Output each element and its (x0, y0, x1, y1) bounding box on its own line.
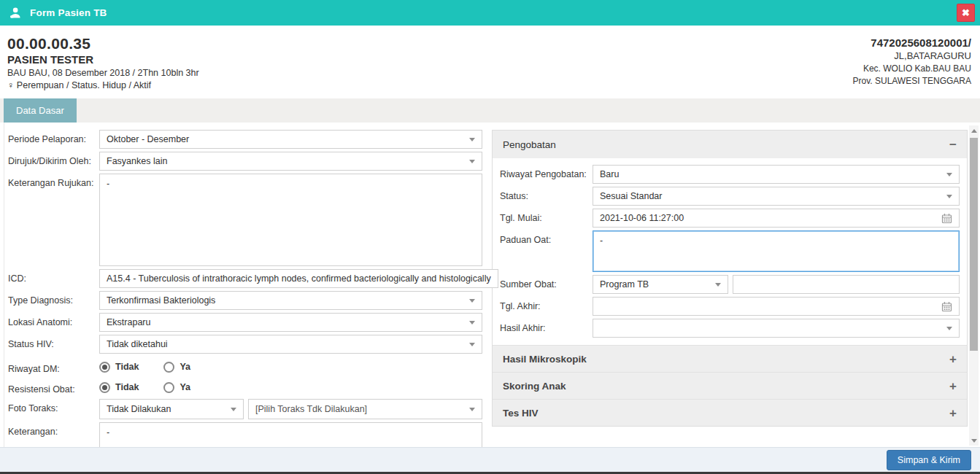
scrollbar-thumb[interactable] (970, 138, 978, 351)
foto-toraks-row: Foto Toraks: Tidak Dilakukan [Pilih Tora… (8, 399, 482, 419)
periode-pelaporan-value: Oktober - Desember (107, 134, 465, 144)
radio-unselected-icon (163, 362, 174, 373)
chevron-down-icon (469, 321, 475, 325)
accordion-tes-hiv-label: Tes HIV (503, 408, 539, 419)
resistensi-obat-label: Resistensi Obat: (8, 380, 99, 395)
resistensi-obat-row: Resistensi Obat: Tidak Ya (8, 377, 482, 395)
riwayat-dm-radio-ya[interactable]: Ya (163, 362, 190, 373)
patient-birth-line: BAU BAU, 08 Desember 2018 / 2Thn 10bln 3… (7, 68, 199, 78)
type-diagnosis-select[interactable]: Terkonfirmasi Bakteriologis (99, 291, 482, 310)
sumber-obat-extra-input[interactable] (733, 275, 960, 294)
keterangan-rujukan-textarea[interactable]: - (99, 174, 482, 266)
accordion-skoring-anak[interactable]: Skoring Anak + (493, 372, 967, 399)
scroll-up-icon[interactable] (969, 125, 979, 136)
scroll-down-icon[interactable] (969, 435, 979, 446)
resistensi-obat-ya-label: Ya (180, 382, 190, 392)
patient-status-line: ♀ Perempuan / Status. Hidup / Aktif (7, 80, 199, 90)
dirujuk-value: Fasyankes lain (107, 156, 465, 166)
right-form-column: Pengobatan − Riwayat Pengobatan: Baru St… (492, 130, 968, 447)
riwayat-dm-row: Riwayat DM: Tidak Ya (8, 357, 482, 374)
riwayat-dm-label: Riwayat DM: (8, 360, 99, 374)
icd-input[interactable]: A15.4 - Tuberculosis of intrathoracic ly… (99, 269, 498, 288)
paduan-oat-textarea[interactable]: - (593, 230, 960, 272)
accordion-tes-hiv[interactable]: Tes HIV + (493, 399, 967, 426)
patient-person-icon (9, 7, 21, 19)
patient-address: JL,BATARAGURU (853, 50, 971, 61)
chevron-down-icon (231, 408, 236, 411)
form-pasien-tb-window: Form Pasien TB ✖ 00.00.00.35 PASIEN TEST… (0, 0, 980, 474)
status-hiv-label: Status HIV: (8, 335, 99, 354)
lokasi-anatomi-select[interactable]: Ekstraparu (99, 313, 482, 332)
periode-pelaporan-select[interactable]: Oktober - Desember (99, 130, 482, 149)
keterangan-label: Keterangan: (8, 422, 99, 447)
pengobatan-panel: Pengobatan − Riwayat Pengobatan: Baru St… (492, 130, 968, 427)
simpan-kirim-button[interactable]: Simpan & Kirim (887, 450, 971, 470)
status-hiv-select[interactable]: Tidak diketahui (99, 335, 482, 354)
resistensi-obat-radio-tidak[interactable]: Tidak (99, 382, 139, 393)
status-hiv-row: Status HIV: Tidak diketahui (8, 335, 482, 354)
pengobatan-panel-header[interactable]: Pengobatan − (493, 131, 967, 158)
footer-bar: Simpan & Kirim (0, 447, 980, 472)
expand-plus-icon[interactable]: + (949, 353, 957, 365)
type-diagnosis-label: Type Diagnosis: (8, 291, 99, 310)
paduan-oat-row: Paduan Oat: - (500, 230, 960, 272)
chevron-down-icon (469, 343, 475, 346)
tgl-mulai-value: 2021-10-06 11:27:00 (600, 213, 937, 223)
keterangan-value: - (107, 427, 475, 438)
dirujuk-row: Dirujuk/Dikirim Oleh: Fasyankes lain (8, 152, 482, 171)
paduan-oat-label: Paduan Oat: (500, 230, 593, 272)
patient-nik: 7472025608120001/ (853, 36, 971, 49)
sumber-obat-select[interactable]: Program TB (593, 275, 728, 294)
foto-toraks-label: Foto Toraks: (8, 399, 99, 419)
pengobatan-panel-title: Pengobatan (503, 139, 556, 150)
sumber-obat-value: Program TB (600, 279, 711, 290)
left-form-column: Periode Pelaporan: Oktober - Desember Di… (8, 130, 482, 447)
titlebar: Form Pasien TB ✖ (0, 0, 980, 26)
hasil-akhir-select[interactable] (593, 319, 960, 338)
lokasi-anatomi-row: Lokasi Anatomi: Ekstraparu (8, 313, 482, 332)
accordion-hasil-mikroskopik-label: Hasil Mikroskopik (503, 354, 587, 365)
accordion-hasil-mikroskopik[interactable]: Hasil Mikroskopik + (493, 345, 967, 372)
paduan-oat-value: - (600, 236, 952, 246)
keterangan-rujukan-row: Keterangan Rujukan: - (8, 174, 482, 266)
accordion-skoring-anak-label: Skoring Anak (503, 381, 566, 392)
expand-plus-icon[interactable]: + (949, 380, 957, 392)
sumber-obat-label: Sumber Obat: (500, 275, 593, 294)
foto-toraks-select[interactable]: Tidak Dilakukan (99, 399, 244, 419)
riwayat-pengobatan-select[interactable]: Baru (593, 165, 960, 184)
sumber-obat-row: Sumber Obat: Program TB (500, 275, 960, 294)
resistensi-obat-radio-ya[interactable]: Ya (163, 382, 190, 393)
radio-selected-icon (99, 362, 110, 373)
keterangan-textarea[interactable]: - (99, 422, 482, 447)
chevron-down-icon (469, 160, 475, 163)
status-hiv-value: Tidak diketahui (107, 339, 465, 349)
close-icon[interactable]: ✖ (957, 4, 975, 22)
riwayat-pengobatan-value: Baru (600, 169, 942, 179)
status-pengobatan-select[interactable]: Sesuai Standar (593, 187, 960, 206)
riwayat-pengobatan-label: Riwayat Pengobatan: (500, 165, 593, 184)
icd-row: ICD: A15.4 - Tuberculosis of intrathorac… (8, 269, 482, 288)
resistensi-obat-tidak-label: Tidak (115, 382, 139, 392)
collapse-minus-icon[interactable]: − (949, 139, 957, 151)
periode-pelaporan-row: Periode Pelaporan: Oktober - Desember (8, 130, 482, 149)
chevron-down-icon (469, 408, 475, 411)
type-diagnosis-value: Terkonfirmasi Bakteriologis (107, 295, 465, 306)
hasil-akhir-row: Hasil Akhir: (500, 319, 960, 338)
tab-data-dasar[interactable]: Data Dasar (4, 98, 77, 123)
chevron-down-icon (715, 283, 721, 287)
tgl-mulai-input[interactable]: 2021-10-06 11:27:00 (593, 209, 960, 228)
expand-plus-icon[interactable]: + (949, 407, 957, 419)
calendar-icon[interactable] (941, 301, 952, 312)
vertical-scrollbar[interactable] (969, 125, 979, 446)
calendar-icon[interactable] (941, 213, 952, 224)
dirujuk-select[interactable]: Fasyankes lain (99, 152, 482, 171)
window-title: Form Pasien TB (30, 7, 107, 18)
tgl-mulai-label: Tgl. Mulai: (500, 209, 593, 228)
foto-toraks-detail-select[interactable]: [Pilih Toraks Tdk Dilakukan] (248, 399, 482, 419)
riwayat-dm-radio-tidak[interactable]: Tidak (99, 362, 139, 373)
foto-toraks-value: Tidak Dilakukan (107, 404, 226, 414)
tgl-akhir-input[interactable] (593, 297, 960, 316)
chevron-down-icon (946, 195, 952, 198)
radio-unselected-icon (163, 382, 174, 393)
tgl-mulai-row: Tgl. Mulai: 2021-10-06 11:27:00 (500, 209, 960, 228)
